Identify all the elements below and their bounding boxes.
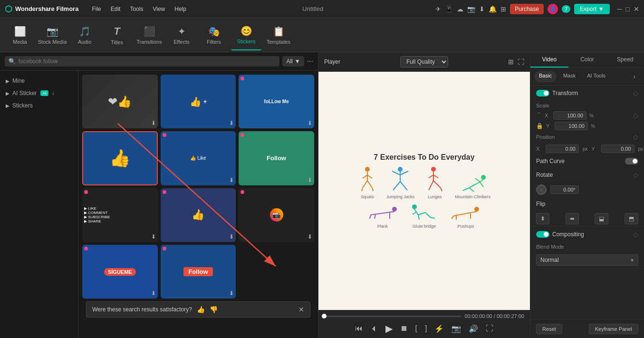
scale-y-input[interactable] — [555, 122, 588, 130]
sticker-item[interactable]: foLLow Me ⬇ — [239, 75, 314, 128]
purchase-button[interactable]: Purchase — [510, 4, 544, 14]
play-button[interactable]: ▶ — [384, 322, 394, 335]
expand-button[interactable]: › — [628, 71, 640, 82]
pos-y-label: Y — [592, 146, 597, 152]
split-button[interactable]: ⚡ — [433, 323, 446, 334]
stickers-grid: ❤👍 ⬇ 👍 + ⬇ foLLow Me — [82, 75, 314, 299]
svg-line-12 — [393, 182, 400, 190]
svg-line-36 — [418, 212, 425, 215]
download-icon[interactable]: ⬇ — [479, 5, 485, 13]
tool-titles[interactable]: T Titles — [102, 20, 132, 50]
sidebar-item-stickers[interactable]: ▶ Stickers — [0, 99, 78, 112]
mark-in-button[interactable]: [ — [413, 323, 419, 334]
transform-toggle-switch[interactable] — [536, 90, 549, 97]
svg-line-37 — [425, 212, 430, 217]
progress-handle[interactable] — [322, 314, 327, 319]
transform-keyframe-button[interactable]: ◇ — [633, 89, 638, 97]
sticker-item[interactable]: 👍 ⬇ — [161, 188, 236, 242]
satisfaction-close-button[interactable]: ✕ — [298, 306, 304, 313]
flip-btn3[interactable]: ⬓ — [595, 213, 608, 224]
stop-button[interactable]: ⏹ — [398, 323, 410, 334]
cloud-icon[interactable]: ☁ — [457, 5, 463, 13]
quality-select[interactable]: Full Quality Half Quality — [400, 56, 448, 68]
rotate-keyframe[interactable]: ◇ — [633, 171, 638, 179]
rotate-input[interactable] — [550, 185, 579, 194]
grid-view-icon[interactable]: ⊞ — [508, 58, 514, 66]
sticker-item[interactable]: ❤👍 ⬇ — [82, 75, 158, 128]
close-button[interactable]: ✕ — [634, 5, 639, 13]
tab-color[interactable]: Color — [568, 52, 606, 68]
tool-media[interactable]: ⬜ Media — [5, 20, 35, 50]
tool-stock-media[interactable]: 📷 Stock Media — [37, 20, 67, 50]
tool-audio[interactable]: 🎵 Audio — [69, 20, 100, 50]
tool-transitions[interactable]: ⬛ Transitions — [134, 20, 164, 50]
right-area: Player Full Quality Half Quality ⊞ ⛶ 7 E… — [318, 52, 644, 338]
fullscreen-button[interactable]: ⛶ — [484, 323, 495, 334]
tool-effects[interactable]: ✦ Effects — [166, 20, 197, 50]
step-back-button[interactable]: ⏴ — [368, 323, 380, 334]
search-input[interactable] — [19, 58, 276, 65]
compositing-toggle-switch[interactable] — [536, 231, 549, 238]
sticker-item[interactable]: 👍 + ⬇ — [161, 75, 236, 128]
tool-filters[interactable]: 🎭 Filters — [199, 20, 229, 50]
path-curve-toggle[interactable] — [625, 158, 638, 164]
tool-stickers[interactable]: 😊 Stickers — [231, 20, 261, 50]
scale-x-keyframe[interactable]: ◇ — [633, 112, 638, 119]
sidebar-item-ai-sticker[interactable]: ▶ AI Sticker AI ℹ — [0, 87, 78, 99]
reset-button[interactable]: Reset — [536, 324, 562, 334]
compositing-keyframe[interactable]: ◇ — [633, 231, 638, 238]
scale-x-input[interactable] — [553, 111, 586, 120]
mark-out-button[interactable]: ] — [423, 323, 429, 334]
keyframe-panel-button[interactable]: Keyframe Panel — [589, 324, 638, 334]
minimize-button[interactable]: ─ — [617, 5, 622, 13]
volume-button[interactable]: 🔊 — [467, 323, 480, 334]
thumbs-down-button[interactable]: 👎 — [210, 306, 218, 313]
grid-icon[interactable]: ⊞ — [500, 5, 506, 13]
menu-help[interactable]: Help — [171, 5, 190, 13]
camera-icon[interactable]: 📷 — [467, 5, 475, 13]
rotate-dial[interactable]: ○ — [536, 184, 547, 195]
sticker-item[interactable]: Follow ⬇ — [239, 131, 314, 185]
flip-btn4[interactable]: ⬒ — [625, 213, 638, 224]
progress-bar[interactable] — [324, 316, 461, 317]
subtab-ai-tools[interactable]: AI Tools — [582, 71, 610, 82]
video-header: Player Full Quality Half Quality ⊞ ⛶ — [318, 52, 530, 72]
snapshot-button[interactable]: 📷 — [450, 323, 463, 334]
more-options-button[interactable]: ··· — [307, 57, 313, 66]
position-x-input[interactable] — [546, 145, 579, 153]
sticker-item[interactable]: 👍 Like ⬇ — [161, 131, 236, 185]
sticker-item[interactable]: 📷 ⬇ — [239, 188, 314, 242]
sticker-item-selected[interactable]: 👍 — [82, 131, 158, 185]
menu-tools[interactable]: Tools — [126, 5, 147, 13]
maximize-button[interactable]: □ — [626, 5, 630, 13]
menu-view[interactable]: View — [149, 5, 169, 13]
subtab-mask[interactable]: Mask — [558, 71, 580, 82]
fullscreen-icon[interactable]: ⛶ — [518, 58, 524, 66]
export-button[interactable]: Export ▼ — [574, 4, 610, 14]
topbar-right: ✈ 📱 ☁ 📷 ⬇ 🔔 ⊞ Purchase 👤 7 Export ▼ ─ □ … — [435, 4, 639, 14]
svg-line-20 — [441, 188, 442, 191]
sidebar-item-mine[interactable]: ▶ Mine — [0, 75, 78, 87]
subtab-basic[interactable]: Basic — [534, 71, 557, 82]
blend-mode-select[interactable]: Normal Multiply Screen Overlay Darken Li… — [536, 254, 638, 266]
sticker-item[interactable]: ▶ LIKE ▶ COMMENT ▶ SUBSCRIBE ▶ SHARE ⬇ — [82, 188, 158, 242]
position-keyframe[interactable]: ◇ — [633, 133, 638, 141]
menu-edit[interactable]: Edit — [107, 5, 125, 13]
menu-file[interactable]: File — [88, 5, 105, 13]
skip-back-button[interactable]: ⏮ — [353, 323, 365, 334]
tab-video[interactable]: Video — [530, 52, 568, 68]
position-y-input[interactable] — [601, 145, 634, 153]
mobile-icon[interactable]: 📱 — [445, 5, 453, 13]
svg-line-27 — [469, 188, 474, 192]
notification-icon[interactable]: 🔔 — [489, 5, 497, 13]
all-filter-dropdown[interactable]: All ▼ — [282, 56, 304, 67]
tool-templates[interactable]: 📋 Templates — [263, 20, 294, 50]
send-icon[interactable]: ✈ — [435, 5, 441, 13]
update-badge[interactable]: 7 — [562, 5, 570, 13]
sticker-item[interactable]: SÍGUEME ⬇ — [82, 245, 158, 299]
flip-vertical-button[interactable]: ⬍ — [536, 213, 549, 224]
tab-speed[interactable]: Speed — [606, 52, 644, 68]
thumbs-up-button[interactable]: 👍 — [197, 306, 205, 313]
sticker-item[interactable]: Follow ⬇ — [161, 245, 236, 299]
flip-horizontal-button[interactable]: ⬌ — [566, 213, 579, 224]
